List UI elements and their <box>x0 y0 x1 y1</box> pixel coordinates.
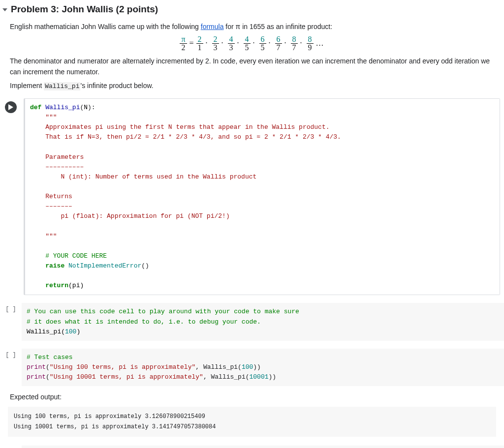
formula-link[interactable]: formula <box>201 23 224 30</box>
section-title: Problem 3: John Wallis (2 points) <box>11 4 158 15</box>
expected-output: Using 100 terms, pi is approximately 3.1… <box>8 407 496 437</box>
cell-exec-indicator[interactable]: [ ] <box>0 446 22 448</box>
code-cell-3[interactable]: [ ] # Test cases print("Using 100 terms,… <box>0 349 504 386</box>
code-cell-4[interactable]: [ ] # Autograding assert np.allclose(Wal… <box>0 446 504 448</box>
cell-exec-indicator[interactable]: [ ] <box>0 349 22 358</box>
code-editor[interactable]: # Test cases print("Using 100 terms, pi … <box>22 349 504 386</box>
intro-text: English mathematician John Wallis came u… <box>10 23 201 30</box>
code-cell-2[interactable]: [ ] # You can use this code cell to play… <box>0 303 504 340</box>
wallis-formula: π2 = 21· 23· 43· 45· 65· 67· 87· 89… <box>10 35 494 53</box>
run-cell-button[interactable] <box>5 101 17 113</box>
code-editor[interactable]: # You can use this code cell to play aro… <box>22 303 504 340</box>
intro-text: for π in 1655 as an infinite product: <box>223 23 332 30</box>
code-cell-1[interactable]: def Wallis_pi(N): """ Approximates pi us… <box>0 98 504 296</box>
markdown-cell-intro: English mathematician John Wallis came u… <box>0 17 504 96</box>
intro-p3b: 's infinite product below. <box>80 82 153 90</box>
cell-exec-indicator[interactable]: [ ] <box>0 303 22 313</box>
intro-p2: The denominator and numerator are altern… <box>10 56 494 77</box>
collapse-section-icon[interactable] <box>2 6 8 12</box>
code-editor[interactable]: # Autograding assert np.allclose(Wallis_… <box>22 446 504 448</box>
intro-p3a: Implement <box>10 82 44 90</box>
inline-code: Wallis_pi <box>44 82 80 90</box>
expected-output-label: Expected output: <box>0 388 504 404</box>
code-editor[interactable]: def Wallis_pi(N): """ Approximates pi us… <box>25 99 500 295</box>
